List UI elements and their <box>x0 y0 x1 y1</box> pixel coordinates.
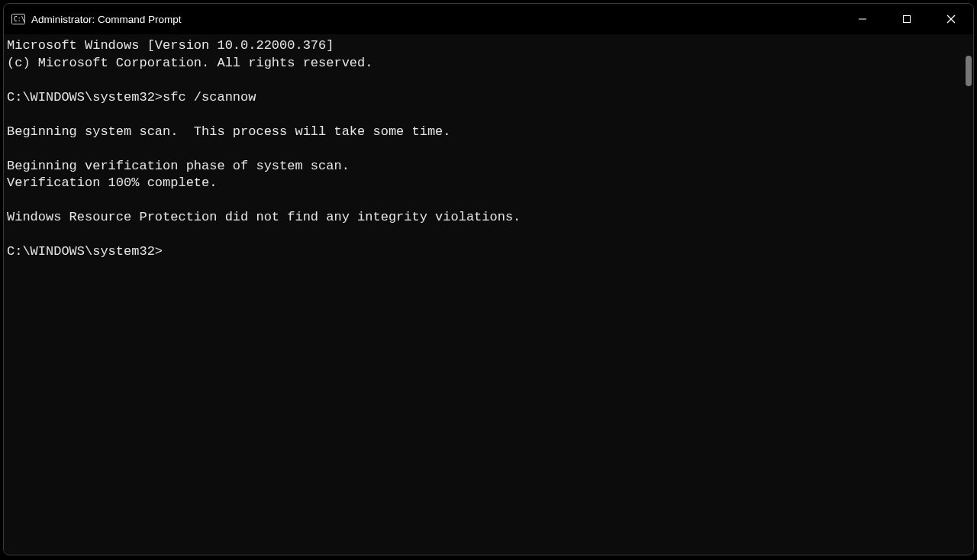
close-button[interactable] <box>929 4 973 34</box>
close-icon <box>946 14 956 24</box>
console-text: Microsoft Windows [Version 10.0.22000.37… <box>7 37 972 261</box>
command-prompt-window: C:\ Administrator: Command Prompt <box>3 3 974 555</box>
svg-text:C:\: C:\ <box>14 16 25 23</box>
window-controls <box>840 4 973 34</box>
window-title: Administrator: Command Prompt <box>31 14 182 25</box>
maximize-button[interactable] <box>885 4 929 34</box>
titlebar[interactable]: C:\ Administrator: Command Prompt <box>4 4 973 34</box>
console-output-area[interactable]: Microsoft Windows [Version 10.0.22000.37… <box>4 34 973 555</box>
svg-rect-3 <box>904 16 911 23</box>
vertical-scrollbar[interactable] <box>962 34 973 555</box>
maximize-icon <box>902 14 911 24</box>
cmd-app-icon: C:\ <box>11 14 25 24</box>
scrollbar-thumb[interactable] <box>966 56 972 86</box>
minimize-button[interactable] <box>840 4 885 34</box>
minimize-icon <box>858 14 867 24</box>
